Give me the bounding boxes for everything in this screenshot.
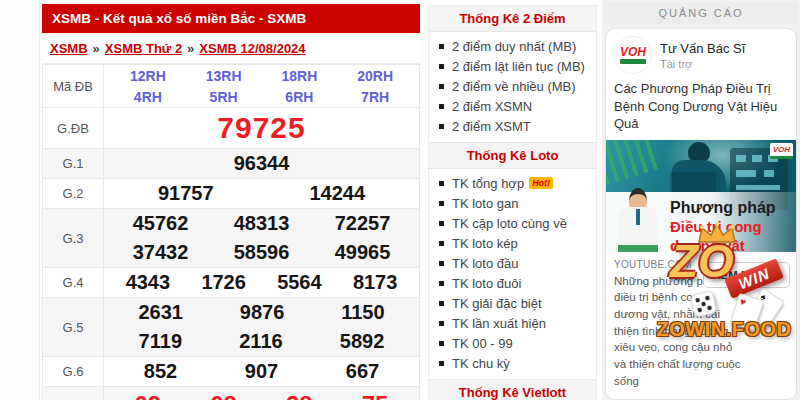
list-item[interactable]: 2 điểm lật liên tục (MB) <box>437 56 592 76</box>
stats-section: Thống Kê 2 Điểm2 điểm duy nhất (MB)2 điể… <box>429 6 596 138</box>
prize-number: 14244 <box>309 182 365 205</box>
prize-label: G.4 <box>43 268 104 298</box>
ad-headline: Các Phương Pháp Điều Trị Bệnh Cong Dương… <box>606 78 796 140</box>
ads-section-label: QUẢNG CÁO <box>604 2 798 24</box>
bullet-icon <box>439 321 444 326</box>
prize-number: 5564 <box>277 271 322 294</box>
special-code-link[interactable]: 13RH <box>206 68 242 84</box>
prize-label: G.1 <box>43 149 104 179</box>
special-code-link[interactable]: 5RH <box>210 89 238 105</box>
prize-label: G.7 <box>43 387 104 400</box>
stat-link[interactable]: TK loto kép <box>452 236 518 251</box>
prize-number: 2116 <box>239 330 282 353</box>
stat-link[interactable]: 2 điểm lật liên tục (MB) <box>452 59 585 74</box>
stat-link[interactable]: 2 điểm XSMT <box>452 119 531 134</box>
prize-number: 58596 <box>234 241 290 264</box>
page-title: XSMB - Kết quả xổ số miền Bắc - SXMB <box>42 4 420 33</box>
list-item[interactable]: TK loto gan <box>437 193 592 213</box>
special-code-link[interactable]: 6RH <box>285 89 313 105</box>
prize-number: 75 <box>362 391 389 400</box>
bullet-icon <box>439 301 444 306</box>
table-row: Mã ĐB12RH13RH18RH20RH4RH5RH6RH7RH <box>43 65 420 108</box>
stat-link[interactable]: 2 điểm duy nhất (MB) <box>452 39 576 54</box>
prize-number: 5892 <box>340 330 385 353</box>
table-row: G.29175714244 <box>43 179 420 209</box>
page: XSMB - Kết quả xổ số miền Bắc - SXMB XSM… <box>0 0 800 400</box>
sponsored-label: Tài trợ <box>660 58 745 70</box>
special-code-link[interactable]: 20RH <box>357 68 393 84</box>
stat-link[interactable]: TK loto đầu <box>452 256 519 271</box>
zowin-site-text: ZOWIN.FOOD <box>648 318 800 341</box>
bullet-icon <box>439 341 444 346</box>
list-item[interactable]: TK chu kỳ <box>437 353 592 373</box>
list-item[interactable]: TK 00 - 99 <box>437 333 592 353</box>
prize-number: 49965 <box>335 241 391 264</box>
prize-number: 09 <box>135 391 162 400</box>
stat-link[interactable]: TK loto đuôi <box>452 276 521 291</box>
stat-link[interactable]: TK tổng hợp <box>452 176 524 191</box>
stat-list: 2 điểm duy nhất (MB)2 điểm lật liên tục … <box>429 36 596 138</box>
list-item[interactable]: TK tổng hợpHot! <box>437 173 592 193</box>
stat-link[interactable]: TK cặp loto cùng về <box>452 216 567 231</box>
list-item[interactable]: 2 điểm về nhiều (MB) <box>437 76 592 96</box>
special-code-link[interactable]: 7RH <box>361 89 389 105</box>
ad-image-title-1: Phương pháp <box>670 198 796 217</box>
stats-panel: Thống Kê 2 Điểm2 điểm duy nhất (MB)2 điể… <box>428 5 597 400</box>
bullet-icon <box>439 84 444 89</box>
stat-link[interactable]: 2 điểm về nhiều (MB) <box>452 79 576 94</box>
hot-badge: Hot! <box>529 177 553 189</box>
list-item[interactable]: 2 điểm duy nhất (MB) <box>437 36 592 56</box>
list-item[interactable]: TK lần xuất hiện <box>437 313 592 333</box>
list-item[interactable]: TK loto đầu <box>437 253 592 273</box>
prize-number: 45762 <box>133 212 189 235</box>
stats-section: Thống Kê VietlottTK xổ số Mega 6/45-TK l… <box>429 379 596 400</box>
results-table-body: Mã ĐB12RH13RH18RH20RH4RH5RH6RH7RHG.ĐB797… <box>43 65 420 400</box>
prize-number: 1150 <box>341 301 384 324</box>
stat-link[interactable]: TK giải đặc biệt <box>452 296 542 311</box>
list-item[interactable]: 2 điểm XSMN <box>437 96 592 116</box>
breadcrumb-separator: » <box>187 41 194 56</box>
zowin-logo: ZO <box>670 238 734 284</box>
table-row: G.6852907667 <box>43 357 420 387</box>
stat-link[interactable]: TK 00 - 99 <box>452 336 513 351</box>
table-row: G.709082875 <box>43 387 420 400</box>
ad-sponsor-row: VOH Tư Vấn Bác Sĩ Tài trợ <box>606 29 796 78</box>
section-title: Thống Kê Loto <box>429 142 596 169</box>
sponsored-ad-card[interactable]: VOH Tư Vấn Bác Sĩ Tài trợ Các Phương Phá… <box>605 28 797 400</box>
special-code-link[interactable]: 4RH <box>134 89 162 105</box>
prize-label: G.5 <box>43 298 104 357</box>
bullet-icon <box>439 361 444 366</box>
breadcrumb: XSMB»XSMB Thứ 2»XSMB 12/08/2024 <box>42 33 420 64</box>
list-item[interactable]: TK loto kép <box>437 233 592 253</box>
breadcrumb-link[interactable]: XSMB 12/08/2024 <box>199 41 305 56</box>
prize-label: G.ĐB <box>43 108 104 149</box>
table-row: G.44343172655648173 <box>43 268 420 298</box>
section-title: Thống Kê Vietlott <box>429 379 596 400</box>
breadcrumb-link[interactable]: XSMB Thứ 2 <box>105 41 182 56</box>
zowin-overlay-ad[interactable]: ZO WIN ♠ ♥ ZOWIN.FOOD <box>648 222 800 340</box>
stat-link[interactable]: 2 điểm XSMN <box>452 99 532 114</box>
list-item[interactable]: TK cặp loto cùng về <box>437 213 592 233</box>
voh-logo-icon: VOH <box>614 36 652 74</box>
stat-link[interactable]: TK lần xuất hiện <box>452 316 546 331</box>
prize-number: 72257 <box>335 212 391 235</box>
bullet-icon <box>439 241 444 246</box>
special-code-link[interactable]: 12RH <box>130 68 166 84</box>
prize-number: 48313 <box>234 212 290 235</box>
list-item[interactable]: 2 điểm XSMT <box>437 116 592 136</box>
prize-number: 96344 <box>234 152 290 175</box>
stat-link[interactable]: TK loto gan <box>452 196 519 211</box>
bullet-icon <box>439 44 444 49</box>
prize-number: 7119 <box>139 330 182 353</box>
breadcrumb-link[interactable]: XSMB <box>50 41 88 56</box>
special-code-link[interactable]: 18RH <box>281 68 317 84</box>
sponsor-name: Tư Vấn Bác Sĩ <box>660 41 745 56</box>
list-item[interactable]: TK loto đuôi <box>437 273 592 293</box>
prize-number: 79725 <box>217 111 305 145</box>
prize-number: 37432 <box>133 241 189 264</box>
stat-link[interactable]: TK chu kỳ <box>452 356 510 371</box>
prize-label: G.3 <box>43 209 104 268</box>
prize-number: 907 <box>245 360 278 383</box>
list-item[interactable]: TK giải đặc biệt <box>437 293 592 313</box>
prize-number: 2631 <box>138 301 183 324</box>
